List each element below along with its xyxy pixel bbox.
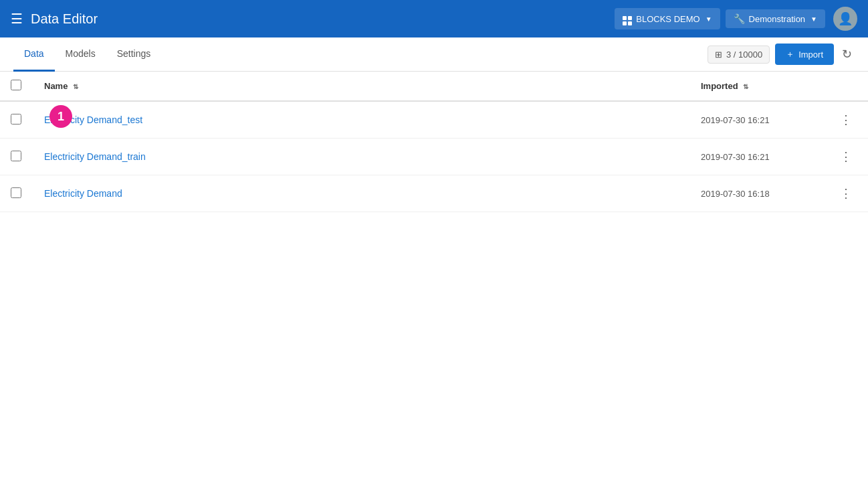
row-3-actions-cell: ⋮	[824, 175, 868, 212]
app-title: Data Editor	[31, 11, 98, 27]
select-all-header[interactable]	[0, 72, 33, 101]
blocks-demo-label: BLOCKS DEMO	[636, 14, 699, 24]
row-1-imported-cell: 2019-07-30 16:21	[690, 101, 824, 139]
tabs-left: Data Models Settings	[13, 37, 161, 71]
row-2-timestamp: 2019-07-30 16:21	[701, 152, 770, 162]
table-row: Electricity Demand_test 1 2019-07-30 16:…	[0, 101, 868, 139]
chevron-down-icon-2: ▼	[810, 15, 817, 23]
row-1-timestamp: 2019-07-30 16:21	[701, 115, 770, 125]
import-label: Import	[798, 50, 823, 60]
name-column-header[interactable]: Name ⇅	[33, 72, 690, 101]
tab-data[interactable]: Data	[13, 37, 55, 72]
import-button[interactable]: ＋ Import	[775, 44, 834, 65]
row-3-checkbox[interactable]	[11, 187, 21, 198]
avatar-icon: 👤	[838, 11, 853, 26]
blocks-demo-button[interactable]: BLOCKS DEMO ▼	[615, 8, 720, 29]
app-header: ☰ Data Editor BLOCKS DEMO ▼ 🔧 Demonstrat…	[0, 0, 868, 37]
table-header-row: Name ⇅ Imported ⇅	[0, 72, 868, 101]
row-1-dataset-link[interactable]: Electricity Demand_test	[44, 114, 142, 125]
wrench-icon: 🔧	[734, 13, 745, 24]
row-2-checkbox-cell[interactable]	[0, 139, 33, 175]
record-count-value: 3 / 10000	[726, 50, 762, 60]
row-2-actions-cell: ⋮	[824, 139, 868, 175]
hamburger-icon[interactable]: ☰	[11, 11, 23, 27]
row-3-more-actions-button[interactable]: ⋮	[835, 183, 857, 203]
name-sort-icon: ⇅	[73, 83, 78, 90]
actions-column-header	[824, 72, 868, 101]
row-1-name-wrapper: Electricity Demand_test 1	[44, 114, 679, 125]
row-1-more-actions-button[interactable]: ⋮	[835, 110, 857, 130]
imported-column-label: Imported	[701, 81, 738, 91]
row-1-checkbox-cell[interactable]	[0, 101, 33, 139]
row-3-dataset-link[interactable]: Electricity Demand	[44, 188, 122, 199]
table-row: Electricity Demand 2019-07-30 16:18 ⋮	[0, 175, 868, 212]
tabs-bar: Data Models Settings ⊞ 3 / 10000 ＋ Impor…	[0, 37, 868, 72]
row-2-more-actions-button[interactable]: ⋮	[835, 147, 857, 167]
record-count: ⊞ 3 / 10000	[708, 46, 770, 64]
table-row: Electricity Demand_train 2019-07-30 16:2…	[0, 139, 868, 175]
row-1-checkbox[interactable]	[11, 114, 21, 125]
chevron-down-icon: ▼	[706, 15, 712, 23]
header-left: ☰ Data Editor	[11, 11, 98, 27]
imported-column-header[interactable]: Imported ⇅	[690, 72, 824, 101]
tabs-right: ⊞ 3 / 10000 ＋ Import ↻	[708, 44, 855, 65]
name-column-label: Name	[44, 81, 68, 91]
tab-models[interactable]: Models	[55, 37, 106, 72]
row-1-actions-cell: ⋮	[824, 101, 868, 139]
select-all-checkbox[interactable]	[11, 80, 21, 90]
tab-settings[interactable]: Settings	[106, 37, 162, 72]
row-2-dataset-link[interactable]: Electricity Demand_train	[44, 151, 146, 162]
row-2-name-cell: Electricity Demand_train	[33, 139, 690, 175]
row-3-checkbox-cell[interactable]	[0, 175, 33, 212]
demonstration-button[interactable]: 🔧 Demonstration ▼	[726, 9, 825, 28]
row-2-imported-cell: 2019-07-30 16:21	[690, 139, 824, 175]
user-avatar[interactable]: 👤	[833, 7, 857, 31]
demonstration-label: Demonstration	[749, 14, 806, 24]
header-right: BLOCKS DEMO ▼ 🔧 Demonstration ▼ 👤	[615, 7, 857, 31]
refresh-icon: ↻	[842, 48, 852, 61]
row-1-name-cell: Electricity Demand_test 1	[33, 101, 690, 139]
plus-icon: ＋	[786, 48, 794, 60]
data-table: Name ⇅ Imported ⇅ Electricity Demand_tes…	[0, 72, 868, 212]
grid-icon	[623, 12, 632, 25]
imported-sort-icon: ⇅	[743, 83, 748, 90]
row-3-imported-cell: 2019-07-30 16:18	[690, 175, 824, 212]
row-3-timestamp: 2019-07-30 16:18	[701, 189, 770, 199]
row-3-name-cell: Electricity Demand	[33, 175, 690, 212]
grid-icon-small: ⊞	[715, 50, 722, 60]
refresh-button[interactable]: ↻	[839, 44, 855, 64]
main-content: Data Models Settings ⊞ 3 / 10000 ＋ Impor…	[0, 37, 868, 494]
row-2-checkbox[interactable]	[11, 151, 21, 161]
